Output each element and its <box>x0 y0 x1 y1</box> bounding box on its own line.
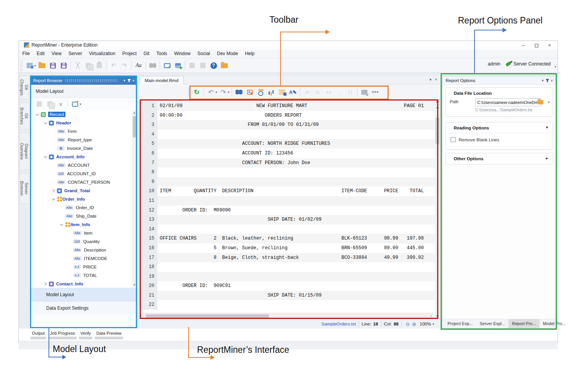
panel-tab-report-pro-[interactable]: Report Pro... <box>508 319 539 328</box>
save-icon[interactable] <box>48 61 57 70</box>
menu-help[interactable]: Help <box>241 50 258 57</box>
menu-window[interactable]: Window <box>170 50 194 57</box>
tree-item-report_type[interactable]: AbcReport_type <box>31 136 137 144</box>
remove-blank-lines-checkbox[interactable] <box>451 137 456 142</box>
panel-tab-server-expl-[interactable]: Server Expl... <box>476 319 508 328</box>
menu-file[interactable]: File <box>19 50 33 57</box>
menu-edit[interactable]: Edit <box>33 50 48 57</box>
scrollbar-thumb[interactable] <box>133 116 136 138</box>
refresh-icon[interactable]: ↻ <box>192 87 202 97</box>
panel-menu-icon[interactable]: ▾ <box>124 79 125 82</box>
menu-project[interactable]: Project <box>119 50 140 57</box>
bracket-field-icon[interactable]: [ ] <box>345 87 355 97</box>
commit-model-icon[interactable] <box>359 87 369 97</box>
paste-icon[interactable] <box>95 61 104 70</box>
tree-item-quantity[interactable]: 123Quantity <box>31 237 137 246</box>
auto-create-fields-icon[interactable] <box>266 87 276 97</box>
help-icon[interactable]: ? <box>209 61 218 70</box>
other-options-header[interactable]: Other Options ► <box>446 153 553 164</box>
open-recent-icon[interactable] <box>220 61 229 70</box>
more-options-icon[interactable]: ••• <box>370 87 380 97</box>
open-folder-icon[interactable] <box>37 61 47 70</box>
panel-tab-model-pro-[interactable]: Model Pro... <box>540 319 569 328</box>
tree-expander-icon[interactable] <box>58 224 65 225</box>
zoom-caret-icon[interactable]: ▾ <box>433 322 434 326</box>
left-tab-server-browser[interactable]: Server Browser <box>20 173 29 204</box>
new-model-caret[interactable]: ▾ <box>34 64 36 67</box>
close-panel-icon[interactable]: × <box>551 78 553 83</box>
tree-expander-icon[interactable] <box>50 199 57 200</box>
save-all-icon[interactable] <box>59 61 68 70</box>
model-layout-tab[interactable]: Model Layout <box>31 288 137 301</box>
model-layout-section-header[interactable]: Model Layout <box>31 85 137 98</box>
left-tab-git-branches[interactable]: Git Branches <box>20 102 29 129</box>
tree-item-contact_info[interactable]: Contact_Info <box>31 280 137 288</box>
tree-item-order_info[interactable]: Order_Info <box>31 195 137 203</box>
bottom-tab-output[interactable]: Output <box>30 330 46 340</box>
scroll-down-icon[interactable] <box>436 315 439 317</box>
font-case-icon[interactable]: Aa <box>134 61 143 70</box>
tree-item-price[interactable]: #.#PRICE <box>31 263 137 271</box>
tree-expander-icon[interactable] <box>50 190 57 192</box>
undo-icon[interactable]: ↶ <box>109 61 118 70</box>
browse-folder-icon[interactable] <box>536 99 544 106</box>
zoom-in-icon[interactable]: ⊕ <box>412 321 416 327</box>
left-tab-git-changes[interactable]: Git Changes <box>20 75 29 99</box>
minimize-button[interactable]: – <box>517 41 530 50</box>
sort-numeric-icon[interactable]: 0₉ <box>313 87 323 97</box>
tree-item-account_id[interactable]: 123ACCOUNT_ID <box>31 169 137 178</box>
bottom-tab-job-progress[interactable]: Job Progress <box>48 330 77 340</box>
menu-social[interactable]: Social <box>194 50 214 57</box>
tab-bar-icons[interactable]: ▾ × <box>429 77 437 82</box>
scroll-right-icon[interactable]: › <box>431 314 432 318</box>
scrollbar-thumb[interactable] <box>146 314 269 319</box>
tree-item-order_id[interactable]: AbcOrder_ID <box>31 203 137 212</box>
tree-item-item_info[interactable]: Item_Info <box>31 220 137 229</box>
run-preview-icon[interactable] <box>173 61 182 70</box>
select-pattern-icon[interactable] <box>245 87 255 97</box>
tree-item-account_info[interactable]: Account_Info <box>31 153 137 161</box>
delete-node-icon[interactable]: × <box>56 99 65 109</box>
scroll-down-icon[interactable]: ▼ <box>132 283 137 287</box>
left-tab-diagram-overview[interactable]: Diagram Overview <box>20 132 29 170</box>
menu-dev-mode[interactable]: Dev Mode <box>214 50 242 57</box>
path-dropdown-icon[interactable]: ▾ <box>548 101 550 104</box>
bottom-tab-verify[interactable]: Verify <box>79 330 93 340</box>
add-child-node-icon[interactable] <box>45 99 55 109</box>
reading-options-header[interactable]: Reading Options ▼ <box>446 122 553 133</box>
document-vertical-scrollbar[interactable] <box>435 100 440 319</box>
menu-view[interactable]: View <box>48 50 65 57</box>
copy-icon[interactable] <box>84 61 93 70</box>
expand-icon[interactable]: ► <box>545 156 549 161</box>
menu-git[interactable]: Git <box>140 50 153 57</box>
tree-item-ship_date[interactable]: AbcShip_Date <box>31 212 137 220</box>
menu-tools[interactable]: Tools <box>153 50 170 57</box>
import-icon[interactable] <box>198 61 207 70</box>
zoom-out-icon[interactable]: ⊖ <box>406 321 410 327</box>
tree-item-firm[interactable]: AbcFirm <box>31 127 137 136</box>
document-tab[interactable]: Main-model.Rmd <box>140 76 184 84</box>
sort-az-icon[interactable]: aᶻ <box>302 87 312 97</box>
tree-expander-icon[interactable] <box>42 283 49 285</box>
bottom-tab-data-preview[interactable]: Data Preview <box>95 330 123 340</box>
toolbar-grip[interactable] <box>188 87 190 97</box>
tree-item-grand_total[interactable]: Grand_Total <box>31 186 137 195</box>
toolbar-overflow-icon[interactable]: ▾ <box>555 65 556 69</box>
data-export-settings-tab[interactable]: Data Export Settings <box>31 301 137 315</box>
menu-server[interactable]: Server <box>65 50 85 57</box>
tree-item-total[interactable]: #.#TOTAL <box>31 271 137 280</box>
tree-item-account[interactable]: AbcACCOUNT <box>31 161 137 169</box>
redo-icon[interactable]: ↷ <box>218 87 228 97</box>
tree-item-itemcode[interactable]: AbcITEMCODE <box>31 254 137 263</box>
report-text-view[interactable]: 102/01/09 NEW FURTINURE MART PAGE 01200:… <box>139 100 439 319</box>
document-horizontal-scrollbar[interactable]: ‹ › <box>139 313 433 319</box>
export-model-caret[interactable]: ▾ <box>80 102 81 106</box>
export-model-icon[interactable] <box>70 99 80 109</box>
close-panel-icon[interactable]: × <box>132 78 135 83</box>
scroll-up-icon[interactable] <box>436 106 439 108</box>
tree-item-record[interactable]: Record <box>31 110 137 119</box>
tree-scrollbar[interactable]: ▲ ▼ <box>132 111 137 287</box>
find-icon[interactable] <box>234 87 244 97</box>
tree-expander-icon[interactable] <box>42 156 49 158</box>
pin-icon[interactable] <box>547 79 548 82</box>
